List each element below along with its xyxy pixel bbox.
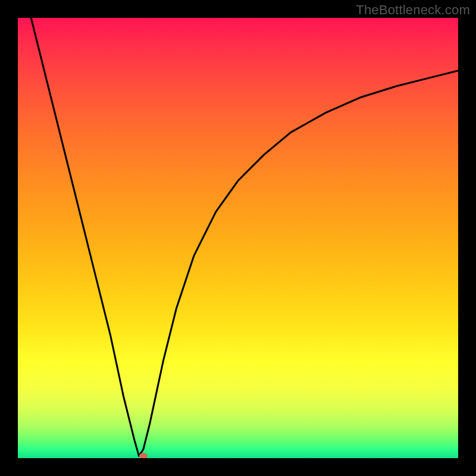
chart-frame: TheBottleneck.com (0, 0, 476, 476)
watermark-text: TheBottleneck.com (356, 2, 470, 18)
bottleneck-curve (31, 18, 458, 456)
curve-layer (18, 18, 458, 458)
plot-area (18, 18, 458, 458)
